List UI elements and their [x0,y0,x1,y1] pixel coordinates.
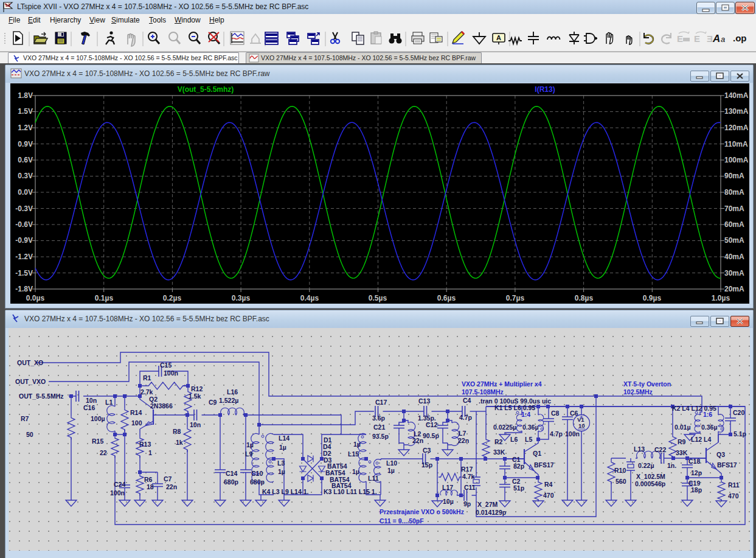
svg-text:A: A [496,34,501,41]
svg-text:C11 = 9....50pF: C11 = 9....50pF [380,517,424,525]
svg-text:130mA: 130mA [724,107,749,116]
svg-text:C20: C20 [733,409,744,416]
svg-text:0.3V: 0.3V [18,172,33,180]
svg-text:VXO 27MHz + Multiplier x4: VXO 27MHz + Multiplier x4 [462,380,542,388]
svg-text:Q1: Q1 [533,450,541,457]
svg-text:680p: 680p [224,478,238,486]
svg-text:82p: 82p [513,462,524,470]
svg-text:680p: 680p [250,478,265,486]
svg-text:22n: 22n [458,437,469,444]
svg-text:0.014129p: 0.014129p [476,509,506,516]
svg-text:BFS17: BFS17 [534,461,554,469]
svg-text:1.5V: 1.5V [18,107,33,116]
svg-text:a: a [721,35,725,44]
svg-text:R14: R14 [130,409,142,416]
svg-text:0.6µs: 0.6µs [437,294,456,302]
svg-text:LT: LT [5,2,11,8]
svg-text:L7: L7 [459,430,466,437]
svg-text:40mA: 40mA [724,253,744,261]
svg-text:R11: R11 [728,481,740,489]
svg-text:22: 22 [100,449,107,456]
svg-text:1n.: 1n. [667,462,676,469]
svg-text:C13: C13 [418,397,430,405]
svg-text:470: 470 [728,492,739,500]
svg-text:120mA: 120mA [724,124,749,132]
svg-text:102.5MHz: 102.5MHz [623,388,653,396]
svg-text:0.4µs: 0.4µs [300,294,319,302]
svg-text:R9: R9 [678,438,686,445]
svg-text:0.0V: 0.0V [18,188,33,197]
svg-text:1µ: 1µ [387,467,395,474]
svg-text:R15: R15 [92,438,103,445]
svg-text:R12: R12 [191,385,203,392]
svg-text:Przestrajanie VXO o 500kHz: Przestrajanie VXO o 500kHz [380,508,464,515]
svg-text:1:4: 1:4 [521,411,530,418]
svg-text:93.5p: 93.5p [372,433,389,440]
svg-text:C22: C22 [654,446,666,453]
svg-text:R4: R4 [544,481,553,488]
svg-text:140mA: 140mA [724,91,749,100]
svg-text:50mA: 50mA [724,236,744,245]
svg-text:X_27M: X_27M [477,501,498,508]
svg-text:L11: L11 [368,475,379,482]
svg-text:I(R13): I(R13) [535,85,555,94]
svg-text:C4: C4 [463,397,471,404]
svg-text:C12: C12 [426,421,437,428]
svg-text:C8: C8 [551,410,560,417]
svg-text:15p: 15p [421,461,432,469]
svg-text:L6: L6 [510,436,518,443]
svg-text:1k: 1k [176,439,183,446]
svg-text:C14: C14 [226,470,237,477]
svg-text:C15: C15 [160,361,172,369]
svg-text:0.36µ: 0.36µ [701,424,718,431]
svg-text:0.2µs: 0.2µs [163,294,182,302]
svg-text:R6: R6 [144,476,153,483]
svg-text:22n: 22n [412,437,423,444]
svg-text:L9: L9 [245,450,252,458]
svg-text:E: E [694,33,700,44]
svg-text:33K: 33K [676,449,688,456]
svg-text:L10: L10 [386,459,397,467]
svg-text:K3 L10 L11 L15 1.: K3 L10 L11 L15 1. [324,488,377,495]
svg-text:L5: L5 [525,436,532,443]
svg-text:560: 560 [616,478,626,485]
svg-text:0.0225µ: 0.0225µ [493,424,516,431]
svg-text:V(out_5-5.5mhz): V(out_5-5.5mhz) [178,85,234,94]
svg-text:100: 100 [131,419,142,427]
svg-text:0.9µs: 0.9µs [643,294,662,302]
svg-text:E: E [677,33,683,44]
svg-text:Q3: Q3 [716,451,725,458]
svg-text:R13: R13 [139,441,151,448]
svg-text:E: E [707,33,713,44]
svg-text:R1: R1 [143,374,151,382]
svg-text:0.9V: 0.9V [18,140,33,148]
svg-text:22n: 22n [166,483,177,490]
svg-text:1.522µ: 1.522µ [219,397,238,404]
svg-text:1.2V: 1.2V [18,124,33,132]
svg-text:1.0µs: 1.0µs [712,294,730,302]
svg-text:R10: R10 [614,467,626,474]
svg-text:BFS17: BFS17 [717,461,737,469]
svg-text:70mA: 70mA [724,204,744,213]
svg-text:1µ: 1µ [353,441,361,448]
svg-text:.op: .op [733,33,747,43]
svg-text:1µ: 1µ [352,468,359,475]
svg-text:0.36µ: 0.36µ [522,424,539,431]
svg-text:470: 470 [543,492,554,499]
svg-text:L14: L14 [279,434,290,442]
svg-text:-1.2V: -1.2V [15,253,33,261]
svg-text:L1: L1 [105,399,113,406]
svg-text:L15: L15 [348,450,359,458]
svg-text:0.22µ: 0.22µ [638,462,654,469]
svg-text:0.8µs: 0.8µs [575,294,594,302]
svg-text:20mA: 20mA [724,285,744,293]
svg-text:0.3µs: 0.3µs [232,294,251,302]
svg-text:107.5-108MHz: 107.5-108MHz [462,388,504,396]
svg-text:110mA: 110mA [724,140,748,148]
svg-text:12p: 12p [691,469,702,476]
svg-text:1:6: 1:6 [703,411,712,418]
svg-text:0.5µs: 0.5µs [369,294,387,302]
svg-text:18: 18 [147,483,154,490]
svg-text:2.7k: 2.7k [140,388,153,396]
svg-text:4.7p: 4.7p [459,414,472,421]
